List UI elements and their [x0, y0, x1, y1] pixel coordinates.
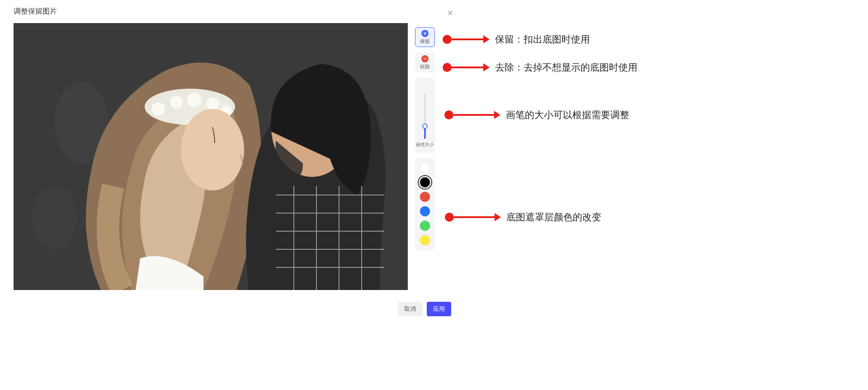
annotation-brush-text: 画笔的大小可以根据需要调整 [506, 109, 629, 121]
apply-button[interactable]: 应用 [427, 302, 451, 316]
color-swatch-green[interactable] [420, 220, 430, 231]
annotation-line-icon [453, 114, 494, 116]
annotation-remove-text: 去除：去掉不想显示的底图时使用 [495, 61, 637, 74]
annotation-brush: 画笔的大小可以根据需要调整 [444, 109, 629, 121]
annotation-dot-icon [444, 110, 453, 119]
brush-size-panel: 画笔大小 [415, 78, 435, 152]
color-swatch-black[interactable] [420, 177, 430, 188]
mask-color-panel [415, 158, 435, 250]
close-icon: × [448, 7, 453, 19]
brush-size-slider[interactable] [424, 94, 426, 139]
minus-icon: − [421, 55, 429, 62]
annotation-colors: 底图遮罩层颜色的改变 [445, 211, 601, 224]
annotation-arrow-icon [483, 35, 490, 43]
brush-slider-fill [424, 128, 426, 139]
annotation-keep-text: 保留：扣出底图时使用 [495, 33, 590, 46]
keep-tool-label: 保留 [420, 38, 430, 45]
remove-tool-label: 祛除 [420, 63, 430, 70]
annotation-line-icon [454, 216, 495, 218]
color-swatch-red[interactable] [420, 191, 430, 202]
dialog-title: 调整保留图片 [14, 7, 452, 16]
brush-slider-handle[interactable] [422, 124, 428, 129]
cancel-button[interactable]: 取消 [398, 302, 422, 316]
annotation-dot-icon [445, 213, 454, 222]
annotation-colors-text: 底图遮罩层颜色的改变 [506, 211, 601, 224]
color-swatch-blue[interactable] [420, 206, 430, 217]
annotation-dot-icon [443, 35, 452, 44]
close-button[interactable]: × [444, 7, 457, 19]
annotation-arrow-icon [483, 63, 490, 71]
adjust-keep-image-dialog: 调整保留图片 × [14, 7, 452, 323]
annotation-line-icon [452, 67, 483, 68]
photo-preview [14, 23, 408, 290]
keep-tool-button[interactable]: + 保留 [415, 27, 435, 47]
svg-point-4 [151, 102, 165, 116]
svg-point-2 [32, 186, 77, 249]
annotation-arrow-icon [495, 213, 501, 221]
annotation-keep: 保留：扣出底图时使用 [443, 33, 590, 46]
color-swatch-white[interactable] [420, 162, 430, 173]
annotation-dot-icon [443, 63, 452, 72]
svg-point-5 [170, 96, 183, 109]
plus-icon: + [421, 30, 429, 37]
svg-point-9 [181, 109, 244, 190]
annotation-arrow-icon [494, 111, 500, 119]
color-swatch-yellow[interactable] [420, 235, 430, 246]
svg-point-6 [187, 93, 202, 107]
annotation-remove: 去除：去掉不想显示的底图时使用 [443, 61, 637, 74]
annotation-line-icon [452, 38, 483, 40]
image-canvas[interactable] [14, 23, 408, 290]
remove-tool-button[interactable]: − 祛除 [415, 52, 435, 72]
right-toolbar: + 保留 − 祛除 画笔大小 [415, 27, 438, 250]
brush-size-label: 画笔大小 [416, 142, 434, 148]
svg-point-7 [206, 97, 219, 110]
dialog-footer: 取消 应用 [398, 302, 451, 316]
